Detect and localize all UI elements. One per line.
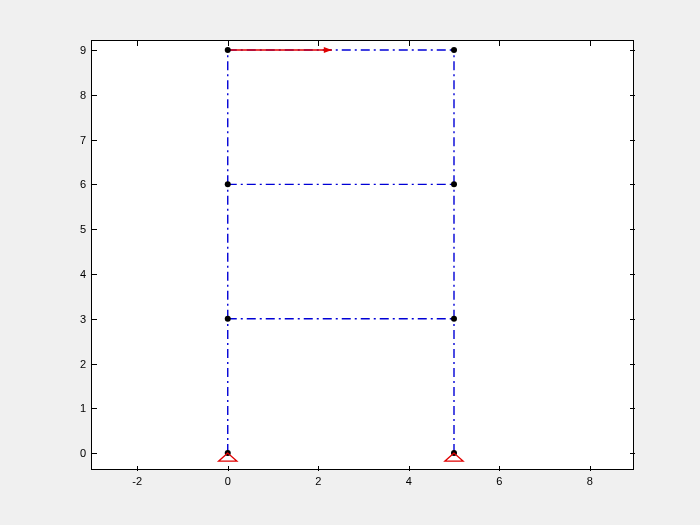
y-tick-label: 5	[80, 223, 92, 235]
frame-node	[451, 316, 457, 322]
x-tick-label: 6	[496, 469, 502, 487]
x-tick-label: 0	[225, 469, 231, 487]
frame-node	[225, 316, 231, 322]
y-tick-label: 8	[80, 89, 92, 101]
y-tick-label: 2	[80, 358, 92, 370]
y-tick-label: 6	[80, 178, 92, 190]
x-tick-label: 2	[315, 469, 321, 487]
x-tick-label: -2	[132, 469, 142, 487]
y-tick-label: 3	[80, 313, 92, 325]
plot-canvas	[92, 41, 635, 471]
x-tick-label: 4	[406, 469, 412, 487]
frame-node	[225, 181, 231, 187]
frame-node	[225, 47, 231, 53]
x-tick-label: 8	[587, 469, 593, 487]
load-arrow-icon	[324, 47, 332, 53]
figure-window: 0123456789-202468	[0, 0, 700, 525]
y-tick-label: 9	[80, 44, 92, 56]
y-tick-label: 1	[80, 402, 92, 414]
y-tick-label: 0	[80, 447, 92, 459]
y-tick-label: 4	[80, 268, 92, 280]
plot-axes: 0123456789-202468	[91, 40, 634, 470]
y-tick-label: 7	[80, 134, 92, 146]
frame-node	[451, 47, 457, 53]
frame-node	[451, 181, 457, 187]
